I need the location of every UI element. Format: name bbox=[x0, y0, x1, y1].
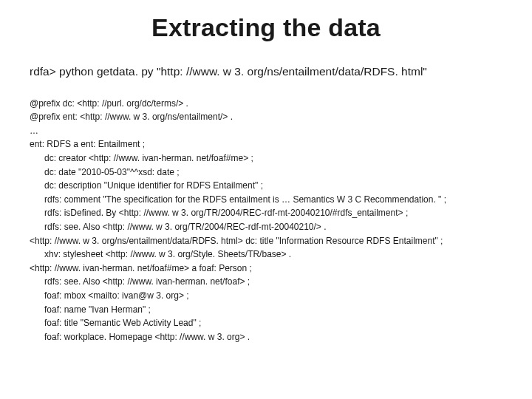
code-line: @prefix ent: <http: //www. w 3. org/ns/e… bbox=[30, 112, 233, 122]
code-line: dc: description "Unique identifier for R… bbox=[30, 179, 502, 193]
content-block: rdfa> python getdata. py "http: //www. w… bbox=[30, 65, 502, 344]
code-line: xhv: stylesheet <http: //www. w 3. org/S… bbox=[30, 248, 502, 262]
code-line: ent: RDFS a ent: Entailment ; bbox=[30, 139, 145, 149]
slide-title: Extracting the data bbox=[151, 13, 381, 42]
code-line: @prefix dc: <http: //purl. org/dc/terms/… bbox=[30, 98, 188, 109]
code-line: dc: creator <http: //www. ivan-herman. n… bbox=[30, 151, 502, 166]
command-line: rdfa> python getdata. py "http: //www. w… bbox=[30, 65, 502, 78]
code-line: foaf: mbox <mailto: ivan@w 3. org> ; bbox=[30, 289, 502, 303]
code-line: <http: //www. w 3. org/ns/entailment/dat… bbox=[30, 236, 443, 246]
code-line: rdfs: see. Also <http: //www. ivan-herma… bbox=[30, 275, 502, 289]
code-line: rdfs: comment "The specification for the… bbox=[30, 193, 502, 207]
code-line: <http: //www. ivan-herman. net/foaf#me> … bbox=[30, 263, 252, 273]
code-line: rdfs: see. Also <http: //www. w 3. org/T… bbox=[30, 220, 502, 234]
code-output: @prefix dc: <http: //purl. org/dc/terms/… bbox=[30, 83, 502, 344]
title-container: Extracting the data bbox=[131, 10, 401, 44]
code-line: foaf: workplace. Homepage <http: //www. … bbox=[30, 330, 502, 344]
code-line: foaf: name "Ivan Herman" ; bbox=[30, 303, 502, 317]
code-line: rdfs: isDefined. By <http: //www. w 3. o… bbox=[30, 206, 502, 220]
code-line: … bbox=[30, 126, 38, 136]
code-line: foaf: title "Semantic Web Activity Lead"… bbox=[30, 316, 502, 330]
code-line: dc: date "2010-05-03"^^xsd: date ; bbox=[30, 166, 502, 180]
